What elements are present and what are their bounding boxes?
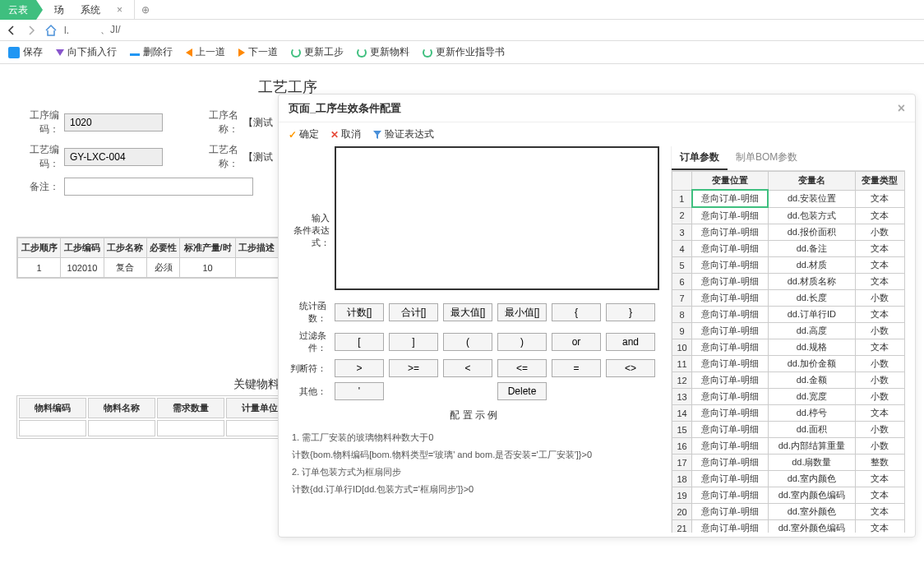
param-row[interactable]: 6意向订单-明细dd.材质名称文本 <box>672 274 905 290</box>
param-cell[interactable]: dd.宽度 <box>768 389 855 405</box>
operator-button[interactable]: >= <box>389 359 438 377</box>
param-cell[interactable]: 意向订单-明细 <box>692 487 769 504</box>
param-cell[interactable]: dd.高度 <box>768 323 855 339</box>
param-cell[interactable]: 小数 <box>855 356 904 372</box>
operator-button[interactable]: Delete <box>497 382 547 400</box>
param-cell[interactable]: 小数 <box>855 372 904 389</box>
param-cell[interactable]: 3 <box>672 224 692 241</box>
param-cell[interactable]: 意向订单-明细 <box>692 405 769 422</box>
tab-bom-params[interactable]: 制单BOM参数 <box>728 146 806 170</box>
param-row[interactable]: 10意向订单-明细dd.规格文本 <box>672 339 905 356</box>
remark-input[interactable] <box>64 178 253 196</box>
param-row[interactable]: 16意向订单-明细dd.内部结算重量小数 <box>672 438 905 455</box>
param-row[interactable]: 18意向订单-明细dd.室内颜色文本 <box>672 471 905 487</box>
param-cell[interactable]: 意向订单-明细 <box>692 422 769 438</box>
param-cell[interactable]: dd.室内颜色 <box>768 471 855 487</box>
param-cell[interactable]: dd.加价金额 <box>768 356 855 372</box>
validate-button[interactable]: 验证表达式 <box>372 127 434 141</box>
param-cell[interactable]: 9 <box>672 323 692 339</box>
param-row[interactable]: 11意向订单-明细dd.加价金额小数 <box>672 356 905 372</box>
operator-button[interactable]: } <box>606 303 655 321</box>
param-cell[interactable]: 意向订单-明细 <box>692 207 769 224</box>
param-row[interactable]: 1意向订单-明细dd.安装位置文本 <box>672 190 905 207</box>
param-row[interactable]: 8意向订单-明细dd.订单行ID文本 <box>672 307 905 323</box>
param-cell[interactable]: 文本 <box>855 520 904 533</box>
param-cell[interactable]: 意向订单-明细 <box>692 307 769 323</box>
param-cell[interactable]: 意向订单-明细 <box>692 290 769 307</box>
operator-button[interactable]: 最小值[] <box>497 303 547 321</box>
prev-button[interactable]: 上一道 <box>186 45 225 59</box>
param-cell[interactable]: 7 <box>672 290 692 307</box>
param-cell[interactable]: 12 <box>672 372 692 389</box>
param-row[interactable]: 9意向订单-明细dd.高度小数 <box>672 323 905 339</box>
operator-button[interactable]: 计数[] <box>335 303 384 321</box>
param-cell[interactable]: 小数 <box>855 422 904 438</box>
param-cell[interactable]: 意向订单-明细 <box>692 224 769 241</box>
param-cell[interactable]: 文本 <box>855 241 904 257</box>
operator-button[interactable]: ) <box>497 333 547 351</box>
param-cell[interactable]: 1 <box>672 190 692 207</box>
seq-code-input[interactable] <box>64 113 163 132</box>
step-cell[interactable] <box>235 258 278 278</box>
param-cell[interactable]: 20 <box>672 504 692 520</box>
param-cell[interactable]: 文本 <box>855 471 904 487</box>
param-cell[interactable]: dd.金额 <box>768 372 855 389</box>
param-cell[interactable]: 意向订单-明细 <box>692 323 769 339</box>
param-cell[interactable]: 文本 <box>855 274 904 290</box>
param-row[interactable]: 12意向订单-明细dd.金额小数 <box>672 372 905 389</box>
param-cell[interactable]: dd.长度 <box>768 290 855 307</box>
param-cell[interactable]: 文本 <box>855 190 904 207</box>
param-cell[interactable]: 意向订单-明细 <box>692 372 769 389</box>
param-cell[interactable]: 19 <box>672 487 692 504</box>
param-cell[interactable]: dd.面积 <box>768 422 855 438</box>
param-cell[interactable]: 8 <box>672 307 692 323</box>
param-cell[interactable]: 文本 <box>855 339 904 356</box>
param-cell[interactable]: dd.订单行ID <box>768 307 855 323</box>
operator-button[interactable]: <= <box>497 359 547 377</box>
param-cell[interactable]: 5 <box>672 257 692 274</box>
param-cell[interactable]: dd.安装位置 <box>768 190 855 207</box>
param-row[interactable]: 3意向订单-明细dd.报价面积小数 <box>672 224 905 241</box>
param-row[interactable]: 4意向订单-明细dd.备注文本 <box>672 241 905 257</box>
operator-button[interactable]: = <box>552 359 601 377</box>
param-cell[interactable]: dd.室外颜色 <box>768 504 855 520</box>
delete-row-button[interactable]: 删除行 <box>130 45 173 59</box>
forward-icon[interactable] <box>25 24 38 37</box>
param-cell[interactable]: 文本 <box>855 504 904 520</box>
param-cell[interactable]: 意向订单-明细 <box>692 190 769 207</box>
param-cell[interactable]: dd.材质 <box>768 257 855 274</box>
step-cell[interactable]: 102010 <box>61 258 104 278</box>
param-cell[interactable]: 10 <box>672 339 692 356</box>
param-cell[interactable]: 小数 <box>855 224 904 241</box>
param-row[interactable]: 5意向订单-明细dd.材质文本 <box>672 257 905 274</box>
window-tab[interactable]: 玚 系统 × <box>43 0 135 20</box>
proc-code-input[interactable] <box>64 148 163 166</box>
param-cell[interactable]: dd.材质名称 <box>768 274 855 290</box>
param-cell[interactable]: 意向订单-明细 <box>692 241 769 257</box>
param-cell[interactable]: dd.扇数量 <box>768 455 855 471</box>
update-mat-button[interactable]: 更新物料 <box>357 45 409 59</box>
operator-button[interactable]: and <box>606 333 655 351</box>
close-icon[interactable]: × <box>117 0 122 20</box>
param-row[interactable]: 2意向订单-明细dd.包装方式文本 <box>672 207 905 224</box>
operator-button[interactable]: { <box>552 303 601 321</box>
param-cell[interactable]: 小数 <box>855 438 904 455</box>
step-cell[interactable]: 复合 <box>104 258 146 278</box>
param-cell[interactable]: dd.备注 <box>768 241 855 257</box>
operator-button[interactable]: ( <box>443 333 492 351</box>
param-cell[interactable]: 意向订单-明细 <box>692 520 769 533</box>
operator-button[interactable]: [ <box>335 333 384 351</box>
cancel-button[interactable]: ✕取消 <box>330 127 361 141</box>
param-cell[interactable]: 4 <box>672 241 692 257</box>
param-row[interactable]: 13意向订单-明细dd.宽度小数 <box>672 389 905 405</box>
param-row[interactable]: 21意向订单-明细dd.室外颜色编码文本 <box>672 520 905 533</box>
param-row[interactable]: 19意向订单-明细dd.室内颜色编码文本 <box>672 487 905 504</box>
expression-textarea[interactable] <box>335 146 659 290</box>
param-cell[interactable]: 意向订单-明细 <box>692 504 769 520</box>
param-cell[interactable]: 意向订单-明细 <box>692 389 769 405</box>
update-step-button[interactable]: 更新工步 <box>291 45 344 59</box>
param-cell[interactable]: 意向订单-明细 <box>692 455 769 471</box>
next-button[interactable]: 下一道 <box>238 45 278 59</box>
save-button[interactable]: 保存 <box>8 45 43 59</box>
param-row[interactable]: 17意向订单-明细dd.扇数量整数 <box>672 455 905 471</box>
